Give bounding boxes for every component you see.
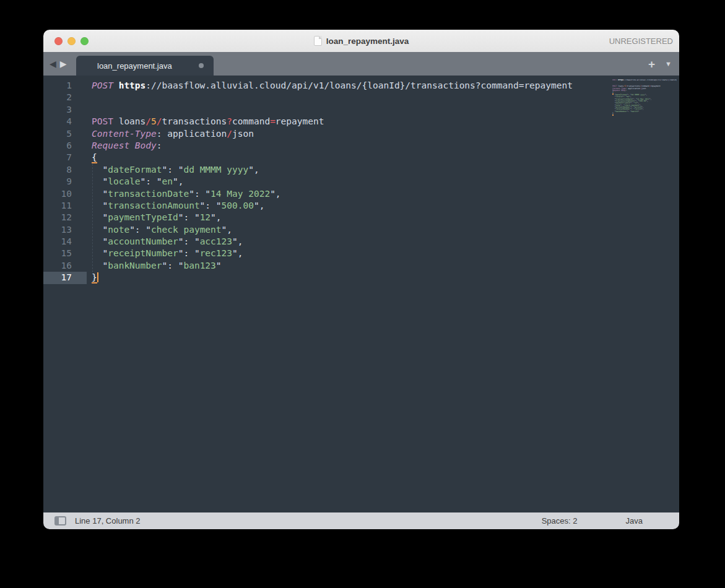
- sidebar-toggle-icon[interactable]: [54, 516, 66, 525]
- window-title-group: loan_repayment.java: [43, 30, 679, 52]
- document-icon: [314, 36, 322, 46]
- line-number: 7: [43, 152, 87, 163]
- line-number: 5: [43, 128, 87, 140]
- line-number: 13: [43, 224, 87, 236]
- code-line[interactable]: 5Content-Type: application/json: [43, 128, 679, 140]
- line-number: 8: [43, 164, 87, 176]
- back-arrow-icon[interactable]: ◀: [50, 59, 56, 68]
- line-number: 14: [43, 236, 87, 248]
- code-line[interactable]: 7{: [43, 152, 679, 163]
- tab-bar-actions: + ▼: [648, 52, 672, 76]
- tab-bar: ◀ ▶ loan_repayment.java + ▼: [43, 52, 679, 76]
- app-window: loan_repayment.java UNREGISTERED ◀ ▶ loa…: [43, 30, 679, 529]
- window-title: loan_repayment.java: [326, 37, 409, 46]
- code-line[interactable]: 13 "note": "check payment",: [43, 224, 679, 236]
- tab-loan-repayment[interactable]: loan_repayment.java: [76, 56, 214, 76]
- line-number: 3: [43, 104, 87, 116]
- line-number: 1: [43, 80, 87, 92]
- line-number: 17: [43, 272, 87, 283]
- text-caret: [97, 272, 98, 282]
- status-bar-right: Spaces: 2 Java: [542, 516, 643, 525]
- code-line[interactable]: 10 "transactionDate": "14 May 2022",: [43, 188, 679, 200]
- tab-nav-arrows: ◀ ▶: [50, 52, 67, 76]
- new-tab-icon[interactable]: +: [648, 58, 655, 70]
- code-line[interactable]: 16 "bankNumber": "ban123": [43, 260, 679, 272]
- modified-indicator: [199, 63, 204, 68]
- line-number: 6: [43, 140, 87, 152]
- code-line[interactable]: 3: [43, 104, 679, 116]
- code-line[interactable]: 9 "locale": "en",: [43, 176, 679, 188]
- syntax-mode[interactable]: Java: [626, 516, 643, 525]
- line-number: 10: [43, 188, 87, 200]
- code-lines: 1POST https://baasflow.alluvial.cloud/ap…: [43, 80, 679, 284]
- title-bar: loan_repayment.java UNREGISTERED: [43, 30, 679, 52]
- line-number: 16: [43, 260, 87, 272]
- code-editor[interactable]: 1POST https://baasflow.alluvial.cloud/ap…: [43, 76, 679, 512]
- line-number: 9: [43, 176, 87, 188]
- forward-arrow-icon[interactable]: ▶: [60, 59, 67, 68]
- minimap-line: }: [607, 113, 677, 115]
- code-line[interactable]: 17}: [43, 272, 679, 283]
- code-line[interactable]: 6Request Body:: [43, 140, 679, 152]
- line-number: 12: [43, 212, 87, 223]
- tab-label: loan_repayment.java: [97, 61, 172, 71]
- status-bar: Line 17, Column 2 Spaces: 2 Java: [43, 512, 679, 529]
- indent-guide: [92, 164, 93, 272]
- code-line[interactable]: 11 "transactionAmount": "500.00",: [43, 200, 679, 212]
- code-line[interactable]: 8 "dateFormat": "dd MMMM yyyy",: [43, 164, 679, 176]
- line-number: 4: [43, 116, 87, 128]
- line-number: 15: [43, 248, 87, 259]
- cursor-position: Line 17, Column 2: [75, 516, 141, 525]
- code-line[interactable]: 12 "paymentTypeId": "12",: [43, 212, 679, 223]
- code-line[interactable]: 14 "accountNumber": "acc123",: [43, 236, 679, 248]
- registration-status: UNREGISTERED: [609, 30, 673, 52]
- tab-overflow-icon[interactable]: ▼: [665, 61, 672, 67]
- minimap[interactable]: POST https://baasflow.alluvial.cloud/api…: [607, 79, 677, 119]
- line-number: 2: [43, 92, 87, 103]
- line-number: 11: [43, 200, 87, 212]
- code-line[interactable]: 4POST loans/5/transactions?command=repay…: [43, 116, 679, 128]
- code-line[interactable]: 2: [43, 92, 679, 103]
- code-line[interactable]: 15 "receiptNumber": "rec123",: [43, 248, 679, 259]
- minimap-line: POST https://baasflow.alluvial.cloud/api…: [607, 79, 677, 81]
- code-line[interactable]: 1POST https://baasflow.alluvial.cloud/ap…: [43, 80, 679, 92]
- indent-setting[interactable]: Spaces: 2: [542, 516, 578, 525]
